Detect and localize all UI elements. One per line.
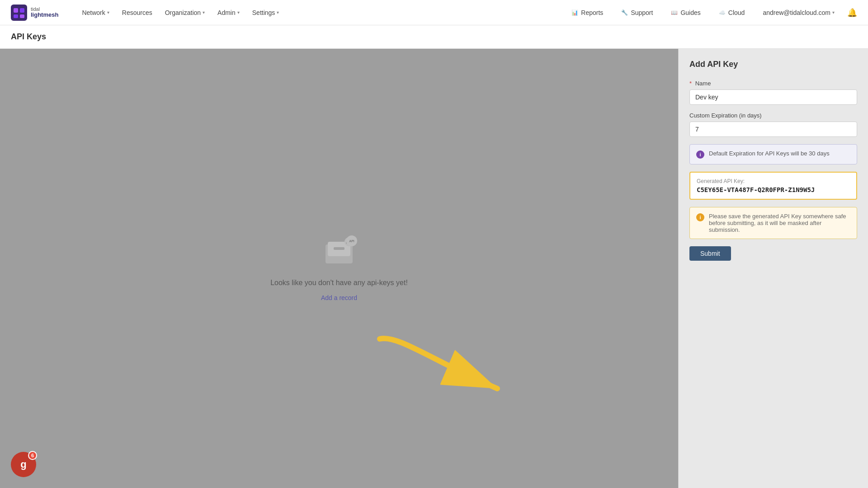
logo-icon (11, 5, 27, 21)
nav-settings[interactable]: Settings ▾ (247, 6, 285, 19)
info-message: Default Expiration for API Keys will be … (709, 150, 830, 157)
name-form-group: * Name (689, 80, 857, 105)
name-label: * Name (689, 80, 857, 87)
cloud-icon: ☁️ (719, 9, 726, 16)
add-record-link[interactable]: Add a record (321, 294, 357, 301)
page-header: API Keys (0, 25, 868, 49)
nav-admin[interactable]: Admin ▾ (212, 6, 245, 19)
logo[interactable]: tidal lightmesh (11, 5, 58, 21)
nav-right: 📊 Reports 🔧 Support 📖 Guides ☁️ Cloud an… (566, 6, 857, 19)
user-avatar[interactable]: g 6 (11, 452, 36, 477)
nav-network[interactable]: Network ▾ (76, 6, 114, 19)
nav-reports[interactable]: 📊 Reports (566, 6, 609, 19)
chevron-down-icon: ▾ (832, 10, 835, 15)
chevron-down-icon: ▾ (107, 10, 109, 15)
content-area: API API Looks like you don't have any ap… (0, 49, 678, 488)
info-icon: i (696, 150, 704, 159)
right-panel: Add API Key * Name Custom Expiration (in… (678, 49, 868, 488)
empty-badge: API (346, 235, 357, 246)
nav-user[interactable]: andrew@tidalcloud.com ▾ (757, 6, 840, 19)
svg-rect-0 (11, 5, 27, 21)
support-icon: 🔧 (621, 9, 628, 16)
svg-rect-1 (14, 8, 18, 13)
submit-button[interactable]: Submit (689, 246, 731, 261)
svg-rect-3 (14, 14, 18, 18)
avatar-notification-badge: 6 (28, 451, 37, 460)
panel-title: Add API Key (689, 60, 857, 69)
chevron-down-icon: ▾ (203, 10, 205, 15)
name-input[interactable] (689, 89, 857, 105)
empty-state-message: Looks like you don't have any api-keys y… (270, 279, 408, 287)
nav-items: Network ▾ Resources Organization ▾ Admin… (76, 6, 566, 19)
chevron-down-icon: ▾ (237, 10, 240, 15)
empty-state: API API Looks like you don't have any ap… (270, 235, 408, 301)
chevron-down-icon: ▾ (277, 10, 279, 15)
generated-key-value: C5EY65E-VTA487F-Q2R0FPR-Z1N9W5J (697, 186, 850, 193)
svg-rect-4 (20, 14, 24, 18)
empty-state-icon: API API (321, 235, 357, 272)
required-indicator: * (689, 80, 692, 87)
avatar-letter: g (20, 459, 26, 470)
svg-rect-2 (20, 8, 24, 13)
warning-message: Please save the generated API Key somewh… (709, 213, 850, 233)
guides-icon: 📖 (671, 9, 678, 16)
generated-api-key-box: Generated API Key: C5EY65E-VTA487F-Q2R0F… (689, 172, 857, 200)
reports-icon: 📊 (571, 9, 578, 16)
expiration-label: Custom Expiration (in days) (689, 112, 857, 119)
page-title: API Keys (11, 32, 46, 42)
nav-guides[interactable]: 📖 Guides (665, 6, 706, 19)
arrow-annotation (362, 325, 506, 416)
nav-resources[interactable]: Resources (117, 6, 158, 19)
generated-key-label: Generated API Key: (697, 178, 850, 184)
svg-rect-7 (334, 247, 344, 250)
top-nav: tidal lightmesh Network ▾ Resources Orga… (0, 0, 868, 25)
nav-organization[interactable]: Organization ▾ (160, 6, 210, 19)
expiration-input[interactable] (689, 122, 857, 137)
nav-cloud[interactable]: ☁️ Cloud (713, 6, 750, 19)
logo-lightmesh-text: lightmesh (31, 12, 58, 18)
notification-bell-icon[interactable]: 🔔 (847, 8, 857, 18)
default-expiration-info: i Default Expiration for API Keys will b… (689, 144, 857, 164)
main-layout: API API Looks like you don't have any ap… (0, 49, 868, 488)
save-warning-box: i Please save the generated API Key some… (689, 207, 857, 239)
warning-icon: i (696, 213, 704, 221)
expiration-form-group: Custom Expiration (in days) (689, 112, 857, 137)
nav-support[interactable]: 🔧 Support (616, 6, 658, 19)
